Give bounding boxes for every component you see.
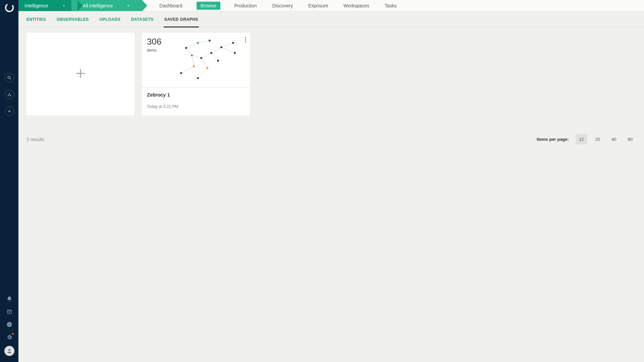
- svg-point-42: [197, 77, 199, 79]
- svg-point-39: [234, 52, 236, 54]
- breadcrumb-intelligence[interactable]: Intelligence: [18, 0, 77, 11]
- svg-point-12: [8, 349, 10, 351]
- left-sidebar: ?: [0, 0, 18, 362]
- card-menu-button[interactable]: [245, 37, 246, 44]
- user-avatar[interactable]: [4, 346, 14, 356]
- svg-point-36: [210, 52, 212, 54]
- nav-discovery[interactable]: Discovery: [271, 0, 294, 11]
- nav-browse[interactable]: Browse: [197, 2, 220, 10]
- items-per-page: Items per page: 12 20 40 80: [537, 134, 636, 144]
- calendar-icon[interactable]: [5, 308, 13, 316]
- svg-point-32: [193, 65, 195, 67]
- notifications-icon[interactable]: [5, 295, 13, 303]
- top-nav: Dashboard Browse Production Discovery Ex…: [142, 0, 398, 11]
- graph-title: Zebrocy 1: [147, 92, 245, 98]
- settings-icon[interactable]: [5, 333, 13, 341]
- svg-point-0: [4, 3, 14, 13]
- svg-line-25: [221, 43, 233, 47]
- svg-point-37: [220, 46, 222, 48]
- per-page-20[interactable]: 20: [592, 134, 603, 144]
- svg-point-15: [245, 37, 246, 38]
- results-count: 2 results: [26, 137, 44, 142]
- svg-line-19: [192, 55, 194, 66]
- tab-uploads[interactable]: UPLOADS: [99, 12, 121, 27]
- nav-dashboard[interactable]: Dashboard: [158, 0, 184, 11]
- sidebar-bottom: ?: [4, 295, 14, 362]
- svg-line-29: [186, 43, 198, 48]
- svg-line-20: [186, 48, 192, 55]
- tab-saved-graphs[interactable]: SAVED GRAPHS: [164, 12, 199, 27]
- sub-tabs: ENTITIES OBSERVABLES UPLOADS DATASETS SA…: [18, 11, 644, 27]
- per-page-40[interactable]: 40: [608, 134, 620, 144]
- nav-workspaces[interactable]: Workspaces: [342, 0, 371, 11]
- svg-point-17: [245, 41, 246, 42]
- nav-tasks[interactable]: Tasks: [383, 0, 398, 11]
- svg-line-24: [211, 53, 218, 61]
- item-count-label: items: [147, 48, 161, 53]
- svg-line-23: [211, 47, 221, 53]
- svg-point-44: [209, 40, 211, 42]
- per-page-80[interactable]: 80: [625, 134, 636, 144]
- main-area: Intelligence All intelligence Dashboard …: [18, 0, 644, 362]
- graph-timestamp: Today at 5:21 PM: [147, 104, 245, 109]
- svg-point-41: [206, 67, 208, 69]
- content: 306 items: [18, 27, 644, 149]
- svg-line-26: [221, 47, 235, 53]
- app-logo: [4, 3, 14, 13]
- add-button[interactable]: [5, 107, 14, 116]
- svg-text:?: ?: [8, 323, 10, 326]
- card-counts: 306 items: [147, 37, 161, 82]
- svg-point-1: [8, 76, 10, 78]
- tab-observables[interactable]: OBSERVABLES: [56, 12, 90, 27]
- card-meta: Zebrocy 1 Today at 5:21 PM: [142, 87, 250, 114]
- nav-exposure[interactable]: Exposure: [307, 0, 329, 11]
- chevron-down-icon: [62, 3, 65, 8]
- chevron-down-icon: [127, 3, 130, 8]
- svg-line-21: [192, 55, 201, 58]
- help-icon[interactable]: ?: [5, 320, 13, 328]
- svg-line-2: [10, 78, 11, 79]
- tab-entities[interactable]: ENTITIES: [26, 12, 47, 27]
- svg-line-27: [201, 58, 207, 68]
- breadcrumb-label: All intelligence: [83, 3, 113, 8]
- svg-line-30: [198, 41, 210, 43]
- list-footer: 2 results Items per page: 12 20 40 80: [26, 134, 637, 144]
- plus-icon: [75, 68, 86, 80]
- svg-point-43: [197, 42, 199, 44]
- item-count: 306: [147, 37, 161, 46]
- svg-point-40: [217, 60, 219, 62]
- svg-point-16: [245, 39, 246, 40]
- tab-datasets[interactable]: DATASETS: [130, 12, 154, 27]
- card-preview: 306 items: [142, 33, 250, 87]
- top-bar: Intelligence All intelligence Dashboard …: [18, 0, 644, 11]
- svg-line-22: [201, 53, 211, 58]
- card-grid: 306 items: [26, 32, 637, 116]
- items-per-page-label: Items per page:: [537, 137, 569, 142]
- svg-line-18: [181, 66, 194, 73]
- nav-production[interactable]: Production: [233, 0, 258, 11]
- graph-button[interactable]: [5, 90, 14, 99]
- svg-point-35: [200, 57, 202, 59]
- svg-line-28: [198, 68, 207, 78]
- graph-thumbnail: [168, 35, 245, 85]
- breadcrumb-label: Intelligence: [24, 3, 48, 8]
- svg-point-38: [232, 42, 234, 44]
- svg-point-33: [191, 54, 193, 56]
- search-button[interactable]: [5, 73, 14, 82]
- per-page-12[interactable]: 12: [576, 134, 587, 144]
- graph-card-zebrocy[interactable]: 306 items: [141, 32, 251, 116]
- svg-rect-8: [7, 310, 11, 314]
- svg-point-31: [180, 72, 182, 74]
- svg-point-34: [185, 47, 187, 49]
- new-graph-card[interactable]: [26, 32, 135, 116]
